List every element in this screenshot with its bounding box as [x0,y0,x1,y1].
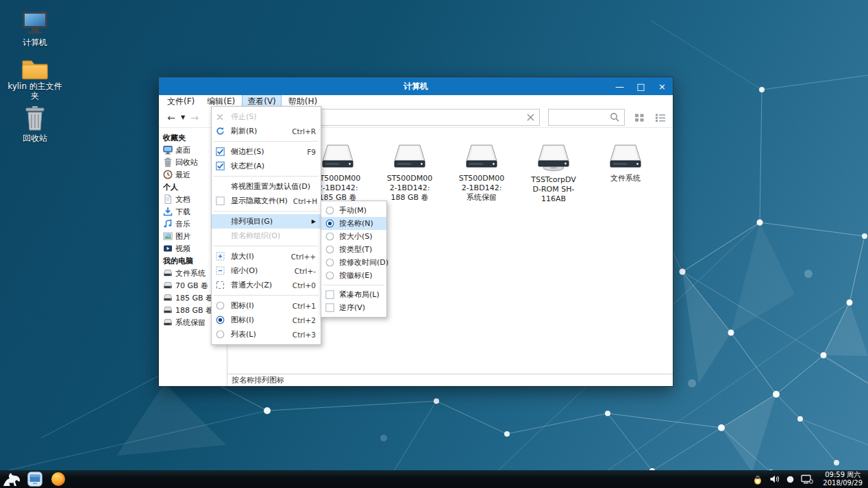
menu-item-side-pane[interactable]: 侧边栏(S)F9 [212,144,321,159]
close-button[interactable]: × [652,77,673,95]
grid-view-icon [634,113,645,123]
radio-icon [216,301,231,310]
menu-item-zoom-in[interactable]: 放大(I)Ctrl++ [212,249,321,264]
menu-item-reversed-order[interactable]: 逆序(V) [321,301,386,314]
menu-item-zoom-out[interactable]: 缩小(O)Ctrl+- [212,264,321,278]
list-view-button[interactable] [654,111,667,125]
desktop-mini-icon [163,145,173,155]
menu-item-arrange-items[interactable]: 排列项目(G)▶ [212,214,321,229]
menu-item-by-mtime[interactable]: 按修改时间(D) [321,256,386,269]
statusbar: 按名称排列图标 [227,374,673,386]
desktop-icon-recycle-bin[interactable]: 回收站 [7,105,63,143]
picture-icon [163,231,173,241]
menu-item-by-name[interactable]: 按名称(N) [321,217,386,230]
tray-volume[interactable] [769,474,780,484]
menu-item-label: 刷新(R) [231,126,286,136]
icon-view-button[interactable] [633,111,647,125]
menu-item-zoom-normal[interactable]: 普通大小(Z)Ctrl+0 [212,278,321,292]
desktop-icon-home-folder[interactable]: kylin 的主文件夹 [7,57,63,101]
menu-item-label: 按名称组织(O) [231,231,310,241]
firefox-icon [51,472,66,487]
sidebar-item-label: 桌面 [175,145,190,155]
search-box[interactable] [548,109,625,126]
drive-optical-drive[interactable]: TSSTcorpDV D-ROM SH- 116AB [521,142,586,204]
menu-item-label: 按修改时间(D) [339,257,388,268]
checkbox-icon [325,303,339,312]
desktop-icon-computer[interactable]: 计算机 [7,11,63,47]
back-button[interactable]: ← [164,110,178,126]
refresh-icon [216,127,231,136]
stop-x-icon [216,113,231,121]
menu-item-reset-view[interactable]: 将视图重置为默认值(D) [212,179,321,194]
sidebar-item-label: 图片 [175,231,190,242]
window-titlebar[interactable]: 计算机 — □ × [159,77,673,95]
sidebar-item-label: 文档 [175,194,190,205]
menu-item-by-emblem[interactable]: 按徽标(E) [321,269,386,282]
sidebar-item-label: 最近 [175,170,190,180]
status-text: 按名称排列图标 [232,375,284,385]
forward-button[interactable]: → [188,110,201,126]
menu-separator [212,173,321,179]
drive-mini-icon [163,305,173,315]
drive-volume-188[interactable]: ST500DM00 2-1BD142: 188 GB 卷 [377,142,443,203]
menu-item-manual[interactable]: 手动(M) [321,204,386,217]
menu-shortcut: Ctrl+H [293,197,317,205]
launcher-file-manager[interactable] [23,470,47,488]
minimize-button[interactable]: — [609,77,630,95]
kylin-logo-icon [2,472,21,487]
drive-label: ST500DM00 2-1BD142: 系统保留 [449,174,514,203]
search-input[interactable] [553,113,610,123]
drive-filesystem[interactable]: 文件系统 [593,142,658,183]
drive-system-reserved[interactable]: ST500DM00 2-1BD142: 系统保留 [449,142,514,203]
menu-item-refresh[interactable]: 刷新(R)Ctrl+R [212,124,321,138]
menu-item-stop: 停止(S) [212,110,321,124]
optical-drive-icon [521,142,586,172]
tray-notification[interactable] [786,476,794,483]
drive-mini-icon [163,318,173,327]
menu-item-view-icons-2[interactable]: 图标(I)Ctrl+2 [212,313,321,327]
menu-item-label: 按名称(N) [339,218,376,229]
menu-item-show-hidden[interactable]: 显示隐藏文件(H)Ctrl+H [212,194,321,208]
menu-item-view-icons-1[interactable]: 图标(I)Ctrl+1 [212,298,321,313]
menu-item-view-list[interactable]: 列表(L)Ctrl+3 [212,327,321,342]
view-menu: 停止(S)刷新(R)Ctrl+R侧边栏(S)F9状态栏(A)将视图重置为默认值(… [211,106,321,345]
menu-item-label: 手动(M) [339,205,376,216]
menu-shortcut: F9 [307,148,316,156]
menu-item-status-bar[interactable]: 状态栏(A) [212,159,321,173]
menu-item-by-size[interactable]: 按大小(S) [321,230,386,243]
penguin-icon [753,474,762,485]
launcher-firefox[interactable] [47,470,70,488]
taskbar-clock[interactable]: 09:59 周六 2018/09/29 [820,471,863,487]
menu-item-compact-layout[interactable]: 紧凑布局(L) [321,288,386,301]
trash-icon [7,105,63,131]
drive-mini-icon [163,281,173,290]
maximize-button[interactable]: □ [630,77,652,95]
hdd-drive-icon [449,142,514,171]
clear-address-icon[interactable] [526,113,535,122]
history-dropdown-icon[interactable]: ▼ [178,114,188,120]
radio-icon [325,258,339,267]
radio-icon [325,271,339,280]
sidebar-item-label: 系统保留 [175,318,206,328]
menu-item-by-type[interactable]: 按类型(T) [321,243,386,256]
menubar-item-file[interactable]: 文件(F) [162,94,200,109]
launcher-kylin-start[interactable] [0,470,23,488]
tray-display[interactable] [801,474,813,484]
menu-separator [212,292,321,298]
tray-input-method[interactable] [753,474,762,485]
dot-icon [786,476,794,483]
drive-label: ST500DM00 2-1BD142: 188 GB 卷 [377,174,443,203]
menu-shortcut: Ctrl++ [291,253,316,261]
menu-shortcut: Ctrl+R [292,127,316,136]
arrange-items-submenu: 手动(M)按名称(N)按大小(S)按类型(T)按修改时间(D)按徽标(E)紧凑布… [321,201,387,318]
menu-item-label: 排列项目(G) [231,216,306,227]
list-view-icon [655,113,666,123]
radio-icon [216,330,231,339]
menu-separator [212,208,321,214]
doc-icon [163,194,173,204]
radio-icon [325,219,339,228]
folder-icon [7,57,63,79]
menu-shortcut: Ctrl+2 [293,316,316,324]
menu-item-label: 图标(I) [231,300,287,311]
menu-item-label: 停止(S) [231,112,310,122]
